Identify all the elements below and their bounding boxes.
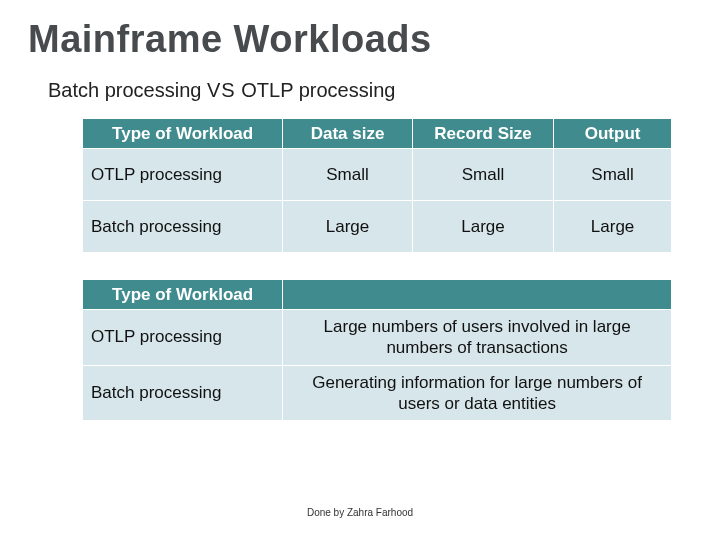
subtitle-right: OTLP processing: [241, 79, 395, 101]
subtitle-vs: VS: [207, 79, 236, 101]
subtitle-left: Batch processing: [48, 79, 201, 101]
tables-container: Type of Workload Data size Record Size O…: [82, 118, 672, 421]
spacer: [82, 253, 672, 279]
cell-type: OTLP processing: [83, 149, 283, 201]
table-header-row: Type of Workload Data size Record Size O…: [83, 119, 672, 149]
slide: Mainframe Workloads Batch processing VS …: [0, 0, 720, 540]
cell-value: Small: [283, 149, 413, 201]
cell-type: OTLP processing: [83, 310, 283, 366]
cell-value: Small: [554, 149, 672, 201]
col-header: Output: [554, 119, 672, 149]
comparison-table-sizes: Type of Workload Data size Record Size O…: [82, 118, 672, 253]
cell-value: Large: [554, 201, 672, 253]
table-row: OTLP processing Large numbers of users i…: [83, 310, 672, 366]
slide-title: Mainframe Workloads: [28, 18, 690, 61]
slide-footer: Done by Zahra Farhood: [0, 507, 720, 518]
cell-type: Batch processing: [83, 365, 283, 421]
table-row: OTLP processing Small Small Small: [83, 149, 672, 201]
cell-value: Small: [412, 149, 553, 201]
table-row: Batch processing Generating information …: [83, 365, 672, 421]
col-header-blank: [283, 280, 672, 310]
table-row: Batch processing Large Large Large: [83, 201, 672, 253]
slide-subtitle: Batch processing VS OTLP processing: [48, 79, 690, 102]
cell-value: Large: [283, 201, 413, 253]
cell-description: Large numbers of users involved in large…: [283, 310, 672, 366]
col-header: Data size: [283, 119, 413, 149]
cell-type: Batch processing: [83, 201, 283, 253]
cell-description: Generating information for large numbers…: [283, 365, 672, 421]
col-header: Record Size: [412, 119, 553, 149]
col-header: Type of Workload: [83, 280, 283, 310]
col-header: Type of Workload: [83, 119, 283, 149]
table-header-row: Type of Workload: [83, 280, 672, 310]
comparison-table-descriptions: Type of Workload OTLP processing Large n…: [82, 279, 672, 421]
cell-value: Large: [412, 201, 553, 253]
